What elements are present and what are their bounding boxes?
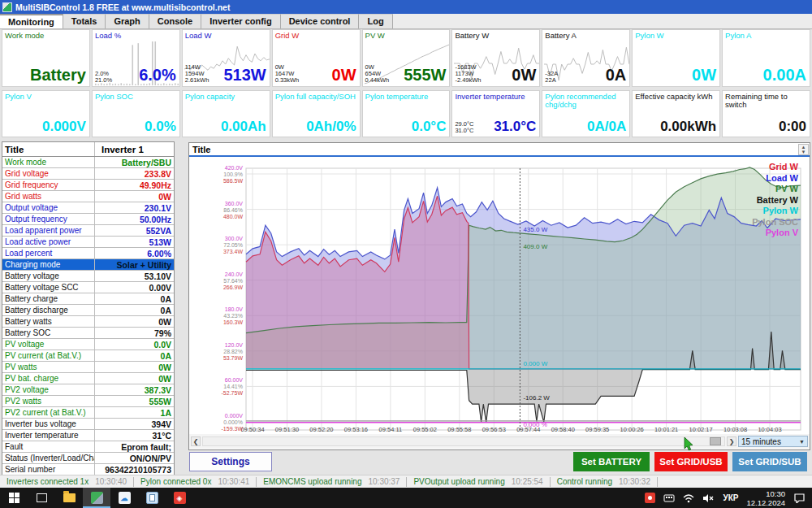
table-row[interactable]: PV current (at Bat.V.)0A: [2, 350, 174, 362]
table-row[interactable]: Grid watts0W: [2, 191, 174, 202]
tab-graph[interactable]: Graph: [106, 14, 149, 28]
table-row[interactable]: Load percent6.00%: [2, 248, 174, 259]
table-row[interactable]: Battery voltage53.10V: [2, 271, 174, 282]
table-row[interactable]: Grid frequency49.90Hz: [2, 180, 174, 191]
table-row[interactable]: Battery discharge0A: [2, 305, 174, 316]
scroll-left-arrow[interactable]: ❮: [191, 436, 201, 446]
wifi-icon[interactable]: [683, 493, 694, 503]
cloud-app-icon[interactable]: ☁: [110, 488, 138, 508]
table-row[interactable]: PV bat. charge0W: [2, 373, 174, 384]
keyboard-tray-icon[interactable]: [663, 493, 675, 503]
table-row[interactable]: Load apparent power552VA: [2, 225, 174, 237]
chart-scrollbar[interactable]: [202, 436, 725, 446]
table-row[interactable]: Output voltage230.1V: [2, 202, 174, 214]
row-value: 0W: [95, 363, 174, 372]
table-row[interactable]: PV2 watts555W: [2, 396, 174, 407]
row-label: Grid frequency: [2, 180, 95, 190]
row-value: 49.90Hz: [95, 180, 174, 190]
graph-panel: Title ▲▼ 09:50:3409:51:3009:52:2009:53:1…: [188, 142, 810, 450]
tab-totals[interactable]: Totals: [63, 14, 106, 28]
start-button[interactable]: [0, 488, 28, 508]
table-row[interactable]: Serial number96342210105773: [2, 464, 174, 475]
row-label: Battery voltage: [2, 271, 95, 281]
row-value: Solar + Utility: [95, 260, 174, 270]
table-row[interactable]: PV voltage0.0V: [2, 339, 174, 350]
notes-app-icon[interactable]: [138, 488, 166, 508]
svg-text:60.00V: 60.00V: [225, 377, 244, 383]
row-value: 230.1V: [95, 203, 174, 213]
row-label: Load apparent power: [2, 225, 95, 236]
menu-tab-bar: MonitoringTotalsGraphConsoleInverter con…: [0, 14, 812, 29]
table-row[interactable]: Battery SOC79%: [2, 328, 174, 339]
row-label: Load percent: [2, 248, 95, 258]
row-value: 53.10V: [95, 271, 174, 281]
legend-item-grid-w: Grid W: [752, 162, 798, 173]
legend-item-load-w: Load W: [752, 173, 798, 185]
table-row[interactable]: Status (Inverter/Load/Charg...ON/ON/PV: [2, 453, 174, 464]
set-grid-usb-button[interactable]: Set GRID/USB: [654, 452, 728, 471]
table-row[interactable]: Grid voltage233.8V: [2, 168, 174, 180]
settings-button[interactable]: Settings: [189, 452, 272, 471]
set-grid-sub-button[interactable]: Set GRID/SUB: [732, 452, 807, 471]
panel-value: 0.0°C: [412, 119, 447, 135]
row-label: Fault: [2, 441, 95, 452]
tab-monitoring[interactable]: Monitoring: [0, 14, 63, 28]
chart-scroll-row: ❮ ❯ 15 minutes ▼: [189, 434, 810, 449]
recording-tray-icon[interactable]: [645, 493, 655, 503]
tab-inverter-config[interactable]: Inverter config: [201, 14, 280, 28]
chart-scrollbar-thumb[interactable]: [710, 437, 721, 445]
panel-value: 555W: [404, 66, 446, 85]
row-label: PV bat. charge: [2, 373, 95, 384]
panel-min-max-values: -1683W1173W-2.49kWh: [455, 64, 481, 84]
table-row[interactable]: Output frequency50.00Hz: [2, 214, 174, 225]
panel-pylon-a: Pylon A0.00A: [722, 29, 810, 87]
row-value: 0.0V: [95, 340, 174, 350]
time-range-dropdown[interactable]: 15 minutes ▼: [738, 436, 808, 447]
table-row[interactable]: Work modeBattery/SBU: [2, 157, 174, 168]
taskbar-clock[interactable]: 10:30 12.12.2024: [746, 489, 785, 507]
table-row[interactable]: PV2 current (at Bat.V.)1A: [2, 407, 174, 419]
panel-value: 0A: [606, 66, 627, 85]
table-row[interactable]: Charging modeSolar + Utility: [2, 259, 174, 271]
chart-legend: Grid WLoad WPV WBattery WPylon WPylon SO…: [752, 162, 798, 239]
tab-log[interactable]: Log: [359, 14, 392, 28]
svg-text:43.23%: 43.23%: [223, 313, 243, 319]
table-row[interactable]: FaultEprom fault;: [2, 441, 174, 453]
svg-text:10:02:17: 10:02:17: [689, 426, 713, 433]
file-explorer-icon[interactable]: [55, 488, 83, 508]
language-indicator[interactable]: УКР: [723, 493, 738, 502]
red-app-icon[interactable]: ◈: [166, 488, 193, 508]
table-row[interactable]: Inverter bus voltage394V: [2, 419, 174, 430]
task-view-icon[interactable]: [28, 488, 55, 508]
row-label: Battery watts: [2, 316, 95, 327]
svg-text:09:52:20: 09:52:20: [309, 426, 333, 433]
table-row[interactable]: Inverter temperature31°C: [2, 430, 174, 441]
table-row[interactable]: Battery charge0A: [2, 293, 174, 305]
panel-value: 0A/0A: [587, 119, 626, 135]
tab-device-control[interactable]: Device control: [281, 14, 360, 28]
multisibcontrol-app-icon[interactable]: [83, 488, 110, 508]
notification-center-icon[interactable]: [793, 493, 806, 503]
table-row[interactable]: Load active power513W: [2, 237, 174, 248]
legend-item-pylon-w: Pylon W: [752, 206, 798, 217]
panel-remaining-time: Remaining time to switch0:00: [722, 90, 810, 137]
chart-annotation: 435.0 W: [523, 226, 547, 233]
speaker-muted-icon[interactable]: [702, 493, 715, 503]
svg-text:09:56:53: 09:56:53: [482, 426, 506, 433]
chart-annotation: 0.000 W: [523, 360, 547, 367]
tab-console[interactable]: Console: [149, 14, 201, 28]
scroll-right-arrow[interactable]: ❯: [727, 436, 736, 446]
taskbar-time: 10:30: [746, 489, 785, 498]
svg-text:-52.75W: -52.75W: [222, 390, 244, 396]
table-row[interactable]: Battery voltage SCC0.00V: [2, 282, 174, 293]
table-row[interactable]: Battery watts0W: [2, 316, 174, 328]
legend-item-pylon-soc: Pylon SOC: [752, 217, 798, 228]
svg-text:180.0V: 180.0V: [225, 306, 244, 312]
table-row[interactable]: PV2 voltage387.3V: [2, 384, 174, 396]
svg-text:0.000%: 0.000%: [223, 419, 243, 425]
panel-pylon-full-capacity: Pylon full capacity/SOH0Ah/0%: [272, 90, 361, 137]
set-battery-button[interactable]: Set BATTERY: [573, 452, 650, 471]
table-header-row: TitleInverter 1: [2, 142, 174, 157]
table-row[interactable]: PV watts0W: [2, 362, 174, 373]
graph-title-spinner[interactable]: ▲▼: [798, 144, 809, 155]
